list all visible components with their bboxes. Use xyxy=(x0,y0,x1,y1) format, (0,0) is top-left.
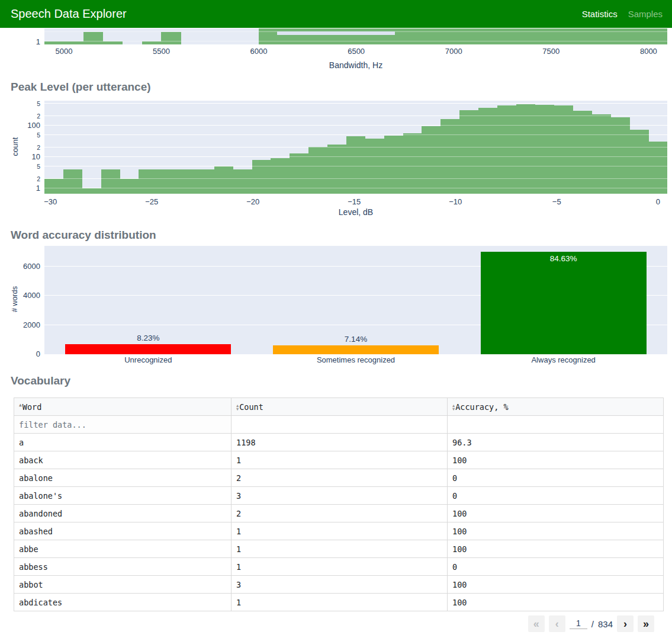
x-tick-label: −5 xyxy=(533,197,580,206)
word-cell: abalone's xyxy=(14,487,231,505)
table-header-row: ▲Word ▲▼Count ▲▼Accuracy, % xyxy=(14,398,664,416)
word-accuracy-title: Word accuracy distribution xyxy=(11,229,156,242)
accuracy-cell: 100 xyxy=(448,451,664,469)
histogram-bar xyxy=(497,105,516,194)
histogram-bar xyxy=(252,160,271,194)
x-tick-label: −30 xyxy=(27,197,74,206)
x-tick-label: 0 xyxy=(634,197,672,206)
peak-level-title: Peak Level (per utterance) xyxy=(11,81,151,94)
accuracy-cell: 100 xyxy=(448,576,664,594)
accuracy-cell: 100 xyxy=(448,522,664,540)
bandwidth-plot-area[interactable] xyxy=(44,28,667,44)
filter-cell-accuracy[interactable] xyxy=(448,416,664,434)
histogram-bar xyxy=(648,28,667,44)
page-number-input[interactable]: 1 xyxy=(570,618,587,629)
y-tick-label: 1 xyxy=(0,184,40,193)
total-pages: 834 xyxy=(598,619,613,629)
histogram-bar xyxy=(44,41,65,44)
accuracy-cell: 0 xyxy=(448,487,664,505)
column-label: Accuracy, % xyxy=(455,402,508,412)
accuracy-cell: 100 xyxy=(448,505,664,522)
nav-samples[interactable]: Samples xyxy=(628,9,663,19)
accuracy-cell: 0 xyxy=(448,469,664,487)
gridline xyxy=(44,166,667,166)
histogram-bar xyxy=(142,41,162,44)
histogram-bar xyxy=(591,114,610,194)
column-header-count[interactable]: ▲▼Count xyxy=(231,398,448,416)
y-tick-label: 4000 xyxy=(0,291,40,300)
histogram-bar xyxy=(629,130,648,194)
histogram-bar xyxy=(103,41,123,44)
histogram-bar xyxy=(82,188,101,194)
chart-artifact-band xyxy=(277,31,395,35)
word-cell: abandoned xyxy=(14,505,231,522)
word-cell: abdicates xyxy=(14,594,231,611)
histogram-bar xyxy=(590,28,610,44)
gridline xyxy=(44,103,667,104)
x-tick-label: −25 xyxy=(128,197,175,206)
accuracy-bar xyxy=(481,252,647,354)
histogram-bar xyxy=(214,166,233,194)
histogram-bar xyxy=(195,169,214,194)
histogram-bar xyxy=(101,169,120,194)
histogram-bar xyxy=(512,28,532,44)
histogram-bar xyxy=(516,104,535,194)
y-tick-label: 6000 xyxy=(0,262,40,271)
x-tick-label: −10 xyxy=(432,197,479,206)
x-category-label: Unrecognized xyxy=(83,355,213,364)
filter-row: filter data... xyxy=(14,416,664,434)
x-axis-title: Level, dB xyxy=(44,207,667,217)
x-tick-label: 6000 xyxy=(235,47,282,56)
count-cell: 1 xyxy=(231,522,448,540)
histogram-bar xyxy=(44,179,63,194)
word-cell: abashed xyxy=(14,522,231,540)
x-tick-label: 7500 xyxy=(528,47,575,56)
next-page-button[interactable]: › xyxy=(617,615,634,632)
histogram-bar xyxy=(259,28,279,44)
nav-statistics[interactable]: Statistics xyxy=(582,9,618,19)
filter-cell-count[interactable] xyxy=(231,416,448,434)
histogram-bar xyxy=(64,41,84,44)
previous-page-button[interactable]: ‹ xyxy=(549,615,565,632)
last-page-button[interactable]: » xyxy=(638,615,654,632)
histogram-bar xyxy=(551,28,571,44)
histogram-bar xyxy=(493,28,513,44)
column-header-word[interactable]: ▲Word xyxy=(14,398,231,416)
vocabulary-title: Vocabulary xyxy=(11,374,70,387)
filter-input[interactable]: filter data... xyxy=(14,416,231,434)
word-cell: a xyxy=(14,434,231,451)
accuracy-bar xyxy=(65,344,231,354)
histogram-bar xyxy=(459,110,478,194)
accuracy-bar xyxy=(273,345,439,354)
peak-level-plot-area[interactable] xyxy=(44,101,667,194)
page-separator: / xyxy=(591,619,594,629)
x-tick-label: −20 xyxy=(229,197,276,206)
word-cell: aback xyxy=(14,451,231,469)
count-cell: 1 xyxy=(231,594,448,611)
histogram-bar xyxy=(161,32,181,44)
first-page-button[interactable]: « xyxy=(528,615,545,632)
count-cell: 3 xyxy=(231,487,448,505)
histogram-bar xyxy=(414,28,435,44)
table-row: abalone20 xyxy=(14,469,664,487)
column-label: Word xyxy=(22,402,42,412)
table-row: abbe1100 xyxy=(14,540,664,558)
histogram-bar xyxy=(535,105,554,194)
histogram-bar xyxy=(629,28,649,44)
y-tick-label: 2 xyxy=(0,144,40,151)
gridline xyxy=(44,41,667,41)
table-row: abalone's30 xyxy=(14,487,664,505)
column-header-accuracy[interactable]: ▲▼Accuracy, % xyxy=(448,398,664,416)
x-tick-label: 8000 xyxy=(625,47,672,56)
table-row: abbess10 xyxy=(14,558,664,576)
histogram-bar xyxy=(532,28,552,44)
table-row: abashed1100 xyxy=(14,522,664,540)
histogram-bar xyxy=(554,105,573,194)
column-label: Count xyxy=(239,402,263,412)
histogram-bar xyxy=(454,28,474,44)
bar-percentage-label: 8.23% xyxy=(101,334,195,342)
gridline xyxy=(44,178,667,179)
histogram-bar xyxy=(571,28,591,44)
y-tick-label: 2 xyxy=(0,175,40,182)
word-cell: abbot xyxy=(14,576,231,594)
